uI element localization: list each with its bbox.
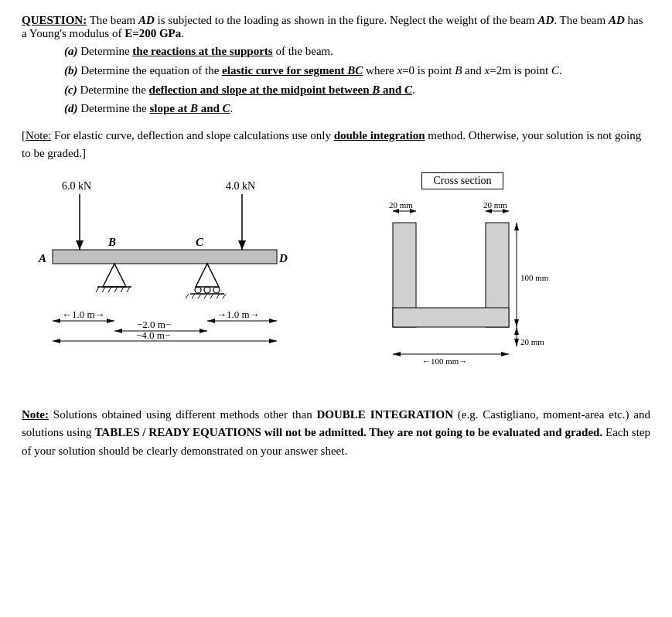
- svg-line-28: [210, 294, 213, 298]
- svg-line-27: [204, 294, 207, 298]
- beam-diagram: 6.0 kN 4.0 kN A B C D: [22, 172, 346, 392]
- svg-text:−2.0 m−: −2.0 m−: [137, 319, 171, 330]
- svg-line-25: [192, 294, 195, 298]
- intro-text: The beam AD is subjected to the loading …: [22, 14, 643, 39]
- beam-svg: 6.0 kN 4.0 kN A B C D: [22, 172, 346, 389]
- cross-section-label: Cross section: [421, 172, 503, 189]
- svg-marker-59: [514, 223, 519, 230]
- note-block: [Note: For elastic curve, deflection and…: [22, 127, 650, 162]
- svg-marker-67: [393, 352, 401, 356]
- svg-line-18: [127, 287, 130, 292]
- svg-text:6.0 kN: 6.0 kN: [62, 180, 91, 192]
- question-intro: QUESTION: The beam AD is subjected to th…: [22, 14, 650, 40]
- svg-line-30: [223, 294, 226, 298]
- svg-marker-19: [196, 264, 219, 287]
- note-label: Note:: [26, 129, 51, 141]
- svg-line-15: [108, 287, 111, 292]
- svg-marker-37: [200, 329, 207, 333]
- svg-marker-44: [53, 339, 60, 343]
- svg-marker-41: [269, 319, 277, 323]
- part-a: (a) Determine the reactions at the suppo…: [64, 43, 650, 60]
- svg-line-29: [217, 294, 220, 298]
- svg-text:20 mm: 20 mm: [483, 200, 507, 210]
- figure-area: 6.0 kN 4.0 kN A B C D: [22, 172, 650, 392]
- svg-text:←1.0 m→: ←1.0 m→: [62, 308, 105, 320]
- svg-text:A: A: [38, 252, 46, 264]
- svg-marker-33: [107, 319, 114, 323]
- svg-marker-63: [514, 327, 519, 335]
- svg-marker-64: [514, 339, 519, 346]
- svg-line-26: [198, 294, 201, 298]
- svg-line-24: [186, 294, 189, 298]
- part-b: (b) Determine the equation of the elasti…: [64, 63, 650, 80]
- question-block: QUESTION: The beam AD is subjected to th…: [22, 14, 650, 118]
- bottom-note: Note: Solutions obtained using different…: [22, 406, 650, 460]
- svg-marker-32: [53, 319, 60, 323]
- svg-line-13: [96, 287, 99, 292]
- svg-marker-45: [269, 339, 277, 343]
- svg-marker-68: [501, 352, 509, 356]
- svg-text:20 mm: 20 mm: [389, 200, 413, 210]
- svg-point-22: [213, 287, 220, 293]
- svg-text:100 mm: 100 mm: [520, 273, 549, 282]
- bottom-note-label: Note:: [22, 408, 49, 421]
- svg-marker-40: [207, 319, 215, 323]
- part-d: (d) Determine the slope at B and C.: [64, 101, 650, 118]
- svg-line-16: [114, 287, 118, 292]
- part-c: (c) Determine the deflection and slope a…: [64, 82, 650, 99]
- parts-list: (a) Determine the reactions at the suppo…: [64, 43, 650, 118]
- svg-marker-60: [514, 319, 519, 327]
- svg-marker-36: [114, 329, 122, 333]
- bottom-note-text: Solutions obtained using different metho…: [22, 408, 650, 457]
- svg-rect-6: [53, 250, 277, 264]
- svg-text:C: C: [196, 236, 204, 248]
- svg-text:20 mm: 20 mm: [520, 337, 544, 346]
- svg-text:←100 mm→: ←100 mm→: [422, 356, 467, 366]
- svg-text:D: D: [278, 252, 288, 264]
- svg-line-17: [121, 287, 124, 292]
- svg-marker-11: [103, 264, 126, 287]
- svg-marker-1: [76, 240, 84, 250]
- cross-section-area: Cross section 20 mm: [362, 172, 563, 366]
- cross-section-svg: 20 mm 20 mm 100 mm 20 mm ←100 mm→: [370, 196, 555, 366]
- svg-text:4.0 kN: 4.0 kN: [226, 180, 255, 192]
- svg-text:−4.0 m−: −4.0 m−: [136, 329, 170, 341]
- svg-text:B: B: [107, 236, 116, 248]
- svg-point-20: [195, 287, 201, 293]
- svg-text:→1.0 m→: →1.0 m→: [217, 308, 260, 320]
- question-label: QUESTION:: [22, 14, 87, 26]
- svg-rect-49: [393, 308, 509, 327]
- svg-line-14: [102, 287, 105, 292]
- svg-point-21: [204, 287, 210, 293]
- svg-marker-4: [238, 240, 246, 250]
